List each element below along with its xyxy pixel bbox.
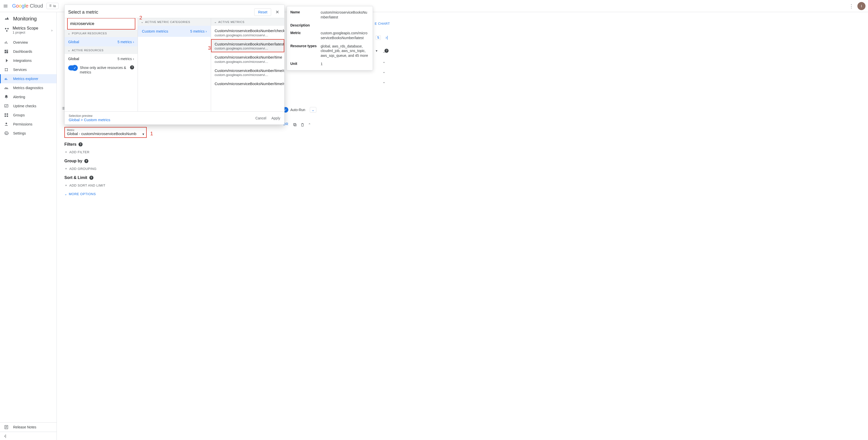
scope-title: Metrics Scope — [12, 26, 38, 31]
sidebar-item-overview[interactable]: Overview — [0, 38, 57, 47]
close-icon[interactable]: ✕ — [274, 9, 281, 15]
svg-point-6 — [7, 70, 8, 71]
active-resources-header[interactable]: ⌄ACTIVE RESOURCES — [65, 46, 137, 54]
resource-global[interactable]: Global 5 metrics › — [65, 37, 137, 46]
info-metric: custom.googleapis.com/microserviceBooksN… — [321, 31, 369, 40]
more-vert-icon[interactable]: ⋮ — [849, 3, 854, 9]
auto-run: ✓ Auto-Run ⌄ — [283, 107, 316, 113]
scope-subtitle: 1 project — [12, 31, 38, 34]
add-filter-button[interactable]: ＋ADD FILTER — [64, 148, 241, 159]
project-selector[interactable]: ⠿ lo — [46, 3, 59, 9]
project-name: lo — [53, 4, 56, 8]
chevron-up-icon[interactable]: ⌃ — [308, 123, 311, 127]
panel-tool-icons: ⌃ — [293, 123, 311, 127]
notes-icon — [4, 425, 9, 430]
chevron-right-icon: › — [133, 40, 134, 44]
active-categories-header[interactable]: ⌄ACTIVE METRIC CATEGORIES — [138, 18, 211, 26]
metric-item-latest[interactable]: Custom/microserviceBooksNumber/latest cu… — [211, 39, 284, 53]
preview-label: Selection preview — [69, 114, 110, 118]
plus-icon: ＋ — [64, 183, 68, 188]
query-builder: Filters ? ＋ADD FILTER Group by ? ＋ADD GR… — [64, 142, 241, 196]
copy-icon[interactable] — [293, 123, 297, 127]
delete-icon[interactable] — [301, 123, 305, 127]
active-only-toggle[interactable]: ✓ — [68, 65, 77, 70]
sidebar-item-metrics-diagnostics[interactable]: Metrics diagnostics — [0, 83, 57, 92]
sidenav: Monitoring Metrics Scope 1 project › Ove… — [0, 12, 57, 440]
chevron-down-icon[interactable]: ⌄ — [382, 70, 385, 74]
annotation-1: 1 — [150, 131, 153, 136]
active-only-toggle-row: ✓ Show only active resources & metrics ? — [65, 63, 137, 76]
bell-icon — [4, 95, 9, 99]
collapse-sidenav[interactable]: ‹| — [0, 432, 57, 440]
sidenav-title: Monitoring — [13, 16, 37, 22]
sidebar-item-integrations[interactable]: Integrations — [0, 56, 57, 65]
chevron-down-icon: ⌄ — [214, 20, 217, 24]
svg-point-3 — [5, 68, 5, 69]
popular-resources-header[interactable]: ⌄POPULAR RESOURCES — [65, 30, 137, 37]
svg-point-4 — [7, 68, 8, 69]
sidebar-item-permissions[interactable]: Permissions — [0, 120, 57, 129]
metric-item-time-max[interactable]: Custom/microserviceBooksNumber/time/max — [211, 79, 284, 88]
help-icon[interactable]: ? — [89, 176, 93, 180]
metric-dropdown[interactable]: Metric Global - custom/microserviceBooks… — [64, 127, 147, 138]
chevron-down-icon: ⌄ — [68, 49, 70, 52]
cancel-button[interactable]: Cancel — [255, 116, 266, 120]
plus-icon: ＋ — [64, 166, 68, 171]
category-custom-metrics[interactable]: Custom metrics 5 metrics › — [138, 26, 211, 37]
chevron-right-icon: › — [133, 57, 134, 61]
metric-search-input[interactable] — [67, 18, 135, 30]
metric-info-panel: Namecustom/microserviceBooksNumber/lates… — [286, 6, 373, 70]
sidebar-item-release-notes[interactable]: Release Notes — [0, 422, 57, 432]
sidebar-item-settings[interactable]: Settings — [0, 129, 57, 138]
help-icon[interactable]: ? — [130, 65, 134, 69]
uptime-icon — [4, 104, 9, 108]
chevron-down-icon: ⌄ — [141, 20, 144, 24]
avatar[interactable]: I — [858, 2, 866, 10]
chevron-right-icon: › — [206, 29, 207, 33]
dashboard-icon — [4, 49, 9, 54]
svg-point-5 — [5, 70, 5, 71]
svg-rect-14 — [294, 124, 296, 126]
active-metrics-header[interactable]: ⌄ACTIVE METRICS — [211, 18, 284, 26]
metrics-scope[interactable]: Metrics Scope 1 project › — [0, 25, 57, 38]
dropdown-caret[interactable]: ▾ — [376, 49, 377, 53]
help-icon[interactable]: ? — [84, 159, 88, 163]
auto-run-label: Auto-Run — [290, 108, 305, 112]
plus-icon: ＋ — [64, 150, 68, 154]
sidebar-item-groups[interactable]: Groups — [0, 111, 57, 120]
sidebar-item-uptime-checks[interactable]: Uptime checks — [0, 101, 57, 111]
metric-item-time-count[interactable]: Custom/microserviceBooksNumber/time/coun… — [211, 66, 284, 79]
resource-global-active[interactable]: Global 5 metrics › — [65, 54, 137, 63]
save-chart-fragment[interactable]: E CHART — [375, 22, 390, 26]
groups-icon — [4, 113, 9, 117]
right-chevron-column: ⌄ ⌄ ⌄ ⌄ — [382, 50, 385, 84]
help-icon[interactable]: ? — [79, 143, 83, 147]
apply-button[interactable]: Apply — [271, 116, 280, 120]
svg-point-0 — [5, 28, 6, 30]
more-options-button[interactable]: ⌄MORE OPTIONS — [64, 192, 241, 196]
metric-item-checks[interactable]: Custom/microserviceBooksNumber/checks cu… — [211, 26, 284, 39]
main: Select a metric Reset ✕ ⌄POPULAR RESOURC… — [57, 12, 868, 440]
go-last-icon[interactable]: ›| — [385, 35, 388, 40]
chevron-down-icon[interactable]: ⌄ — [382, 60, 385, 64]
svg-point-12 — [5, 123, 7, 124]
svg-rect-10 — [4, 116, 6, 117]
monitoring-icon — [4, 15, 9, 22]
add-grouping-button[interactable]: ＋ADD GROUPING — [64, 165, 241, 176]
sidebar-item-services[interactable]: Services — [0, 65, 57, 74]
chevron-down-icon[interactable]: ⌄ — [382, 80, 385, 84]
google-cloud-logo[interactable]: Google Cloud — [12, 3, 43, 9]
preview-path: Global > Custom metrics — [69, 118, 110, 122]
expand-icon[interactable]: ⌄ — [310, 107, 316, 113]
svg-rect-15 — [293, 123, 296, 125]
sidebar-item-alerting[interactable]: Alerting — [0, 92, 57, 101]
add-sort-limit-button[interactable]: ＋ADD SORT AND LIMIT — [64, 182, 241, 192]
reset-button[interactable]: Reset — [254, 8, 271, 16]
chevron-down-icon[interactable]: ⌄ — [382, 50, 385, 54]
updown-icon[interactable]: ⇅ — [376, 35, 381, 40]
gear-icon — [4, 131, 9, 135]
sidebar-item-dashboards[interactable]: Dashboards — [0, 47, 57, 56]
hamburger-icon[interactable] — [2, 3, 8, 9]
sidebar-item-metrics-explorer[interactable]: Metrics explorer — [0, 74, 57, 83]
metric-item-time[interactable]: Custom/microserviceBooksNumber/time cust… — [211, 52, 284, 66]
